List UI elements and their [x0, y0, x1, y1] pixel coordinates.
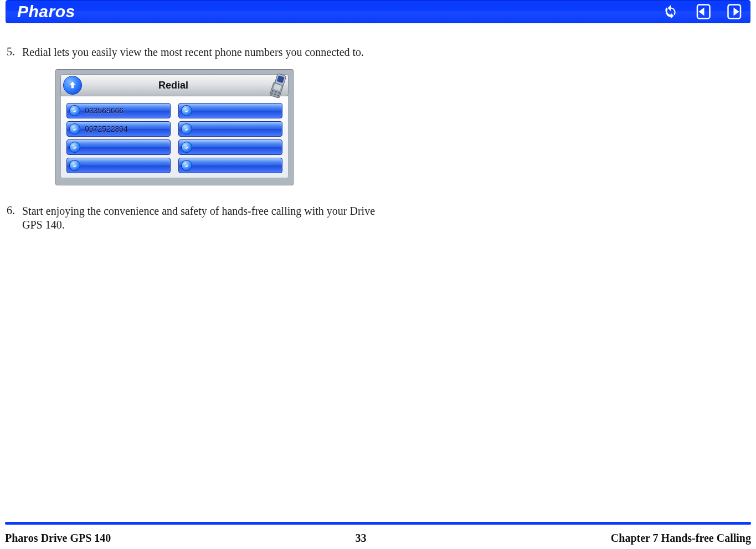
forward-icon[interactable] — [727, 3, 743, 20]
redial-entry[interactable] — [178, 121, 282, 137]
footer-left: Pharos Drive GPS 140 — [5, 532, 111, 545]
header-icons — [662, 3, 743, 20]
redial-entry[interactable]: 033569666 — [66, 103, 171, 118]
redial-screenshot: Redial 033569666 — [55, 69, 294, 185]
dial-icon — [69, 160, 80, 171]
brand-logo: Pharos — [17, 2, 75, 21]
page-footer: Pharos Drive GPS 140 33 Chapter 7 Hands-… — [5, 532, 751, 545]
back-icon[interactable] — [695, 3, 711, 20]
redial-entry[interactable] — [178, 139, 282, 155]
phone-number: 0972522894 — [85, 125, 128, 133]
refresh-icon[interactable] — [662, 3, 679, 20]
redial-entry[interactable]: 0972522894 — [66, 121, 171, 137]
footer-right: Chapter 7 Hands-free Calling — [611, 532, 751, 545]
dial-icon — [181, 160, 192, 171]
step-5: 5. Redial lets you easily view the most … — [6, 45, 388, 59]
dial-icon — [181, 142, 192, 153]
dial-icon — [69, 142, 80, 153]
step-text: Start enjoying the convenience and safet… — [22, 204, 388, 232]
redial-entry[interactable] — [178, 158, 282, 173]
phone-number: 033569666 — [85, 106, 124, 115]
dial-icon — [69, 105, 80, 116]
flip-phone-icon — [261, 72, 291, 101]
redial-grid: 033569666 0972522894 — [60, 96, 289, 178]
header-bar: Pharos — [6, 0, 750, 23]
page-content: 5. Redial lets you easily view the most … — [0, 45, 388, 242]
step-number: 6. — [6, 204, 22, 232]
step-6: 6. Start enjoying the convenience and sa… — [6, 204, 388, 232]
redial-entry[interactable] — [66, 139, 171, 155]
dial-icon — [69, 123, 80, 134]
up-arrow-icon[interactable] — [63, 76, 82, 95]
step-text: Redial lets you easily view the most rec… — [22, 45, 388, 59]
redial-title: Redial — [86, 80, 288, 91]
footer-page-number: 33 — [356, 532, 367, 545]
dial-icon — [181, 123, 192, 134]
redial-entry[interactable] — [66, 158, 171, 173]
redial-header: Redial — [60, 74, 289, 96]
step-number: 5. — [6, 45, 22, 59]
dial-icon — [181, 105, 192, 116]
redial-entry[interactable] — [178, 103, 282, 118]
footer-divider — [5, 522, 751, 525]
